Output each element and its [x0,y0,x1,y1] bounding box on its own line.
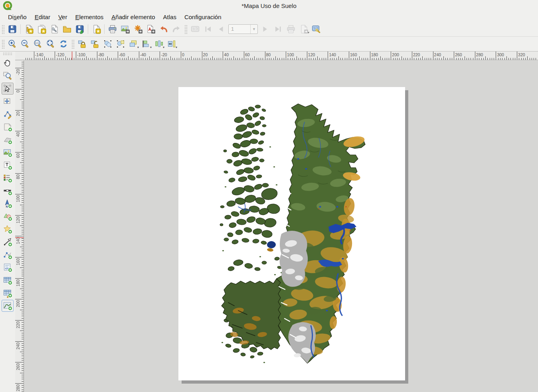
toolbar-grip[interactable] [184,24,188,34]
save-project-button[interactable] [6,23,18,35]
dropdown-caret-icon[interactable]: ▾ [308,31,309,34]
layout-page[interactable] [178,87,405,380]
export-as-image-button[interactable] [119,23,131,35]
add-north-arrow-tool-button[interactable]: N [2,198,14,210]
add-html-tool-button[interactable]: </> [2,261,14,273]
layout-manager-button[interactable] [48,23,60,35]
add-picture-tool-button[interactable] [2,147,14,158]
ruler-tick [80,58,80,60]
map-shape [250,139,258,144]
dropdown-caret-icon[interactable]: ▾ [150,46,152,49]
dropdown-caret-icon[interactable]: ▾ [163,46,164,49]
dropdown-caret-icon[interactable]: ▾ [137,46,139,49]
ruler-tick [34,51,34,60]
print-layout-button[interactable] [107,23,119,35]
map-shape [269,146,271,147]
zoom-actual-size-button[interactable]: 1:1 [32,38,44,50]
ungroup-items-button[interactable] [115,38,127,50]
ruler-tick [513,58,513,60]
ruler-tick [407,58,408,60]
export-atlas-button[interactable]: ▾ [298,23,310,35]
export-as-svg-button[interactable] [132,23,144,35]
refresh-view-button[interactable] [57,38,69,50]
add-legend-tool-button[interactable] [2,172,14,184]
undo-button[interactable] [158,23,170,35]
combo-dropdown-arrow-icon[interactable]: ▼ [250,25,257,34]
unlock-all-items-button[interactable] [89,38,101,50]
ruler-tick [139,51,139,60]
add-map-tool-button[interactable] [2,121,14,133]
next-feature-button[interactable] [259,23,271,35]
print-atlas-button[interactable] [285,23,297,35]
menu-dise-o[interactable]: Diseño [4,13,31,21]
layout-canvas[interactable] [24,61,538,392]
toolbar-grip[interactable] [71,39,75,49]
toolbar-grip[interactable] [1,24,5,34]
add-picture-icon [3,148,12,157]
menu-configuraci-n[interactable]: Configuración [180,13,225,21]
group-icon [103,39,113,49]
previous-feature-button[interactable] [215,23,227,35]
ruler-label: -120 [56,52,64,57]
ruler-tick [490,58,490,60]
menu-editar[interactable]: Editar [31,13,54,21]
lock-selected-items-button[interactable] [76,38,88,50]
preview-atlas-button[interactable] [189,23,201,35]
dropdown-caret-icon[interactable]: ▾ [176,46,177,49]
raise-selected-items-button[interactable]: ▾ [127,38,139,50]
ruler-tick [145,58,146,60]
zoom-full-extent-button[interactable] [45,38,57,50]
add-scalebar-tool-button[interactable] [2,185,14,197]
add-elevation-profile-tool-button[interactable] [2,300,14,312]
add-fixed-table-tool-button[interactable] [2,287,14,299]
ruler-tick [183,58,183,60]
pages-star-icon [37,24,46,34]
ruler-tick [76,51,76,60]
add-items-from-template-button[interactable] [90,23,102,35]
move-item-content-tool-button[interactable] [2,95,14,107]
add-marker-tool-button[interactable] [2,223,14,235]
duplicate-layout-button[interactable] [36,23,47,35]
new-layout-button[interactable] [23,23,35,35]
group-items-button[interactable] [102,38,114,50]
panel-grip[interactable] [3,52,12,56]
redo-button[interactable] [170,23,182,35]
ruler-tick [22,276,24,276]
last-feature-button[interactable] [272,23,284,35]
add-arrow-tool-button[interactable] [2,236,14,248]
select-move-item-tool-button[interactable] [2,83,14,95]
map-shape [255,267,261,271]
zoom-in-button[interactable] [6,38,18,50]
add-attribute-table-tool-button[interactable] [2,274,14,286]
menu-atlas[interactable]: Atlas [159,13,180,21]
ruler-tick [22,175,24,176]
menu-a-adir-elemento[interactable]: Añadir elemento [107,13,159,21]
distribute-items-button[interactable]: ▾ [153,38,165,50]
resize-items-button[interactable]: ▾ [166,38,178,50]
map-shape [350,230,351,231]
zoom-out-button[interactable] [19,38,31,50]
zoom-tool-button[interactable] [2,70,14,82]
add-label-tool-button[interactable] [2,159,14,171]
ruler-tick [22,156,24,156]
ruler-tick [189,58,190,60]
load-from-template-button[interactable] [61,23,73,35]
pan-tool-button[interactable] [2,57,14,69]
add-3d-map-tool-button[interactable] [2,134,14,146]
atlas-settings-button[interactable] [311,23,322,35]
atlas-page-combo[interactable]: 1▼ [228,24,258,34]
landuse-map-item[interactable] [178,87,405,380]
edit-nodes-item-tool-button[interactable] [2,108,14,120]
lock-icon [77,39,87,49]
export-as-pdf-button[interactable] [145,23,157,35]
map-shape [253,165,260,171]
menu-elementos[interactable]: Elementos [71,13,107,21]
align-selected-items-button[interactable]: ▾ [140,38,152,50]
first-feature-button[interactable] [202,23,214,35]
add-shape-tool-button[interactable] [2,210,14,222]
toolbar-grip[interactable] [1,39,5,49]
menu-ver[interactable]: Ver [54,13,71,21]
add-node-item-tool-button[interactable] [2,249,14,261]
ruler-tick [305,58,305,60]
save-as-template-button[interactable] [74,23,86,35]
